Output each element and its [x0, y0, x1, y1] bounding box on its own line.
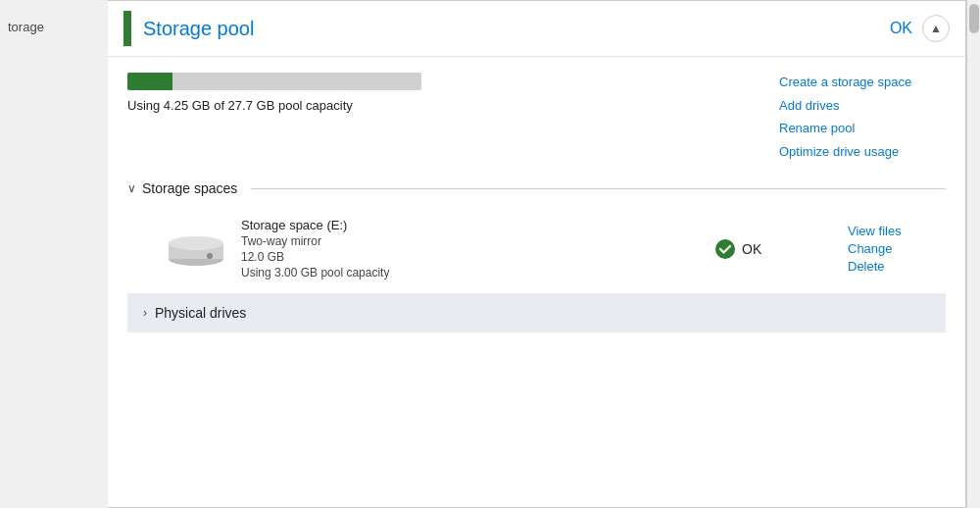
physical-drives-section[interactable]: › Physical drives	[127, 293, 946, 332]
svg-point-3	[207, 253, 213, 259]
storage-info: Storage space (E:) Two-way mirror 12.0 G…	[241, 218, 699, 279]
collapse-button[interactable]: ▲	[922, 15, 950, 42]
storage-actions: View files Change Delete	[848, 224, 946, 274]
storage-space-item: Storage space (E:) Two-way mirror 12.0 G…	[127, 208, 946, 289]
add-drives-link[interactable]: Add drives	[779, 96, 946, 116]
svg-point-4	[715, 239, 735, 259]
section-divider	[251, 188, 946, 189]
create-storage-link[interactable]: Create a storage space	[779, 73, 946, 92]
scrollbar[interactable]	[966, 0, 980, 508]
pool-actions: Create a storage space Add drives Rename…	[779, 73, 946, 161]
rename-pool-link[interactable]: Rename pool	[779, 119, 946, 138]
progress-bar-container	[127, 73, 421, 90]
svg-point-2	[169, 236, 223, 250]
pool-usage-text: Using 4.25 GB of 27.7 GB pool capacity	[127, 98, 779, 113]
storage-spaces-header: ∨ Storage spaces	[127, 180, 946, 196]
panel-content: Using 4.25 GB of 27.7 GB pool capacity C…	[108, 57, 965, 507]
storage-size: 12.0 GB	[241, 250, 699, 264]
ok-label[interactable]: OK	[890, 20, 912, 37]
storage-spaces-chevron[interactable]: ∨	[127, 181, 136, 195]
storage-type: Two-way mirror	[241, 234, 699, 248]
optimize-drive-link[interactable]: Optimize drive usage	[779, 142, 946, 162]
panel-title: Storage pool	[143, 18, 890, 40]
storage-status: OK	[714, 238, 832, 260]
progress-bar-fill	[127, 73, 172, 90]
physical-drives-title: Physical drives	[155, 305, 246, 321]
sidebar-item-storage[interactable]: torage	[8, 20, 100, 34]
view-files-link[interactable]: View files	[848, 224, 946, 238]
storage-spaces-title: Storage spaces	[142, 180, 237, 196]
drive-icon	[167, 229, 225, 269]
status-ok-icon	[714, 238, 736, 260]
storage-name: Storage space (E:)	[241, 218, 699, 232]
physical-drives-chevron[interactable]: ›	[143, 306, 147, 320]
delete-link[interactable]: Delete	[848, 259, 946, 274]
header-accent	[123, 11, 131, 46]
storage-usage: Using 3.00 GB pool capacity	[241, 266, 699, 279]
pool-usage-section: Using 4.25 GB of 27.7 GB pool capacity C…	[127, 73, 946, 161]
pool-usage-left: Using 4.25 GB of 27.7 GB pool capacity	[127, 73, 779, 113]
status-text: OK	[742, 241, 761, 257]
panel-header: Storage pool OK ▲	[108, 1, 965, 57]
change-link[interactable]: Change	[848, 241, 946, 256]
scrollbar-thumb[interactable]	[969, 4, 979, 33]
